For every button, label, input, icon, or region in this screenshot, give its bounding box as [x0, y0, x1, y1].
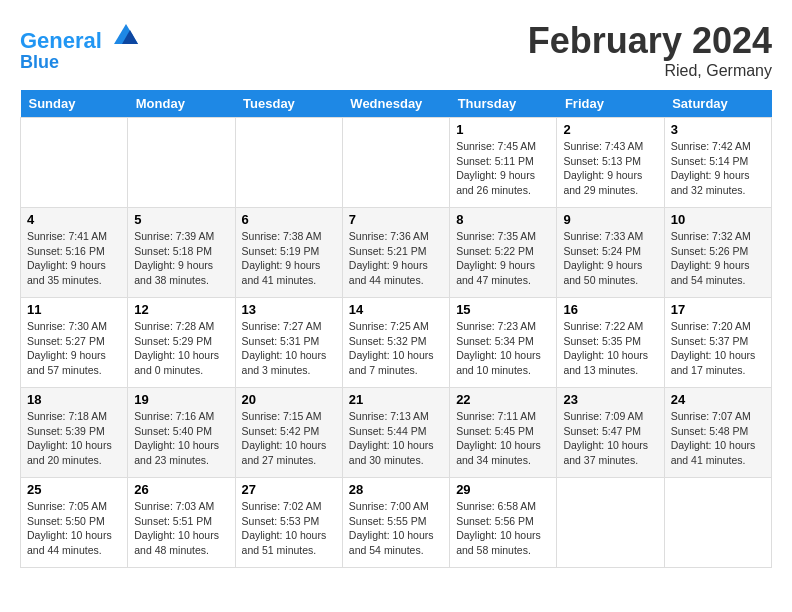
day-info: Sunrise: 7:18 AMSunset: 5:39 PMDaylight:… — [27, 409, 121, 468]
day-info: Sunrise: 7:28 AMSunset: 5:29 PMDaylight:… — [134, 319, 228, 378]
day-info: Sunrise: 7:15 AMSunset: 5:42 PMDaylight:… — [242, 409, 336, 468]
weekday-header-sunday: Sunday — [21, 90, 128, 118]
logo-general: General — [20, 28, 102, 53]
week-row-5: 25Sunrise: 7:05 AMSunset: 5:50 PMDayligh… — [21, 478, 772, 568]
day-info: Sunrise: 7:45 AMSunset: 5:11 PMDaylight:… — [456, 139, 550, 198]
weekday-header-tuesday: Tuesday — [235, 90, 342, 118]
day-info: Sunrise: 7:07 AMSunset: 5:48 PMDaylight:… — [671, 409, 765, 468]
day-number: 20 — [242, 392, 336, 407]
day-number: 2 — [563, 122, 657, 137]
week-row-4: 18Sunrise: 7:18 AMSunset: 5:39 PMDayligh… — [21, 388, 772, 478]
calendar-cell: 24Sunrise: 7:07 AMSunset: 5:48 PMDayligh… — [664, 388, 771, 478]
logo-blue: Blue — [20, 53, 140, 73]
day-number: 29 — [456, 482, 550, 497]
calendar-cell: 22Sunrise: 7:11 AMSunset: 5:45 PMDayligh… — [450, 388, 557, 478]
day-number: 4 — [27, 212, 121, 227]
calendar-cell: 12Sunrise: 7:28 AMSunset: 5:29 PMDayligh… — [128, 298, 235, 388]
calendar-cell: 29Sunrise: 6:58 AMSunset: 5:56 PMDayligh… — [450, 478, 557, 568]
day-number: 24 — [671, 392, 765, 407]
day-number: 22 — [456, 392, 550, 407]
calendar-cell: 8Sunrise: 7:35 AMSunset: 5:22 PMDaylight… — [450, 208, 557, 298]
calendar-cell: 17Sunrise: 7:20 AMSunset: 5:37 PMDayligh… — [664, 298, 771, 388]
day-number: 16 — [563, 302, 657, 317]
day-info: Sunrise: 7:41 AMSunset: 5:16 PMDaylight:… — [27, 229, 121, 288]
day-info: Sunrise: 7:11 AMSunset: 5:45 PMDaylight:… — [456, 409, 550, 468]
day-info: Sunrise: 7:13 AMSunset: 5:44 PMDaylight:… — [349, 409, 443, 468]
day-number: 14 — [349, 302, 443, 317]
calendar-cell: 4Sunrise: 7:41 AMSunset: 5:16 PMDaylight… — [21, 208, 128, 298]
page-header: General Blue February 2024 Ried, Germany — [20, 20, 772, 80]
title-block: February 2024 Ried, Germany — [528, 20, 772, 80]
day-number: 15 — [456, 302, 550, 317]
calendar-cell: 9Sunrise: 7:33 AMSunset: 5:24 PMDaylight… — [557, 208, 664, 298]
day-number: 19 — [134, 392, 228, 407]
day-number: 11 — [27, 302, 121, 317]
day-number: 10 — [671, 212, 765, 227]
day-info: Sunrise: 7:36 AMSunset: 5:21 PMDaylight:… — [349, 229, 443, 288]
calendar-cell: 1Sunrise: 7:45 AMSunset: 5:11 PMDaylight… — [450, 118, 557, 208]
logo-text: General — [20, 20, 140, 53]
day-info: Sunrise: 7:05 AMSunset: 5:50 PMDaylight:… — [27, 499, 121, 558]
weekday-header-friday: Friday — [557, 90, 664, 118]
day-number: 12 — [134, 302, 228, 317]
day-info: Sunrise: 7:20 AMSunset: 5:37 PMDaylight:… — [671, 319, 765, 378]
day-number: 28 — [349, 482, 443, 497]
weekday-header-row: SundayMondayTuesdayWednesdayThursdayFrid… — [21, 90, 772, 118]
calendar-cell: 25Sunrise: 7:05 AMSunset: 5:50 PMDayligh… — [21, 478, 128, 568]
calendar-cell — [235, 118, 342, 208]
day-number: 9 — [563, 212, 657, 227]
calendar-cell: 23Sunrise: 7:09 AMSunset: 5:47 PMDayligh… — [557, 388, 664, 478]
weekday-header-saturday: Saturday — [664, 90, 771, 118]
calendar-cell — [557, 478, 664, 568]
day-info: Sunrise: 7:23 AMSunset: 5:34 PMDaylight:… — [456, 319, 550, 378]
calendar-cell — [342, 118, 449, 208]
day-info: Sunrise: 7:43 AMSunset: 5:13 PMDaylight:… — [563, 139, 657, 198]
day-info: Sunrise: 7:16 AMSunset: 5:40 PMDaylight:… — [134, 409, 228, 468]
day-info: Sunrise: 7:09 AMSunset: 5:47 PMDaylight:… — [563, 409, 657, 468]
day-info: Sunrise: 7:27 AMSunset: 5:31 PMDaylight:… — [242, 319, 336, 378]
day-info: Sunrise: 7:00 AMSunset: 5:55 PMDaylight:… — [349, 499, 443, 558]
day-info: Sunrise: 7:33 AMSunset: 5:24 PMDaylight:… — [563, 229, 657, 288]
week-row-2: 4Sunrise: 7:41 AMSunset: 5:16 PMDaylight… — [21, 208, 772, 298]
day-number: 7 — [349, 212, 443, 227]
calendar-cell: 26Sunrise: 7:03 AMSunset: 5:51 PMDayligh… — [128, 478, 235, 568]
location: Ried, Germany — [528, 62, 772, 80]
day-info: Sunrise: 7:25 AMSunset: 5:32 PMDaylight:… — [349, 319, 443, 378]
calendar-cell: 3Sunrise: 7:42 AMSunset: 5:14 PMDaylight… — [664, 118, 771, 208]
week-row-1: 1Sunrise: 7:45 AMSunset: 5:11 PMDaylight… — [21, 118, 772, 208]
calendar-cell — [21, 118, 128, 208]
day-info: Sunrise: 7:32 AMSunset: 5:26 PMDaylight:… — [671, 229, 765, 288]
day-number: 23 — [563, 392, 657, 407]
calendar-cell: 15Sunrise: 7:23 AMSunset: 5:34 PMDayligh… — [450, 298, 557, 388]
month-title: February 2024 — [528, 20, 772, 62]
day-number: 5 — [134, 212, 228, 227]
calendar-cell — [664, 478, 771, 568]
weekday-header-thursday: Thursday — [450, 90, 557, 118]
day-info: Sunrise: 7:02 AMSunset: 5:53 PMDaylight:… — [242, 499, 336, 558]
weekday-header-wednesday: Wednesday — [342, 90, 449, 118]
calendar-cell: 28Sunrise: 7:00 AMSunset: 5:55 PMDayligh… — [342, 478, 449, 568]
week-row-3: 11Sunrise: 7:30 AMSunset: 5:27 PMDayligh… — [21, 298, 772, 388]
calendar-table: SundayMondayTuesdayWednesdayThursdayFrid… — [20, 90, 772, 568]
calendar-cell: 5Sunrise: 7:39 AMSunset: 5:18 PMDaylight… — [128, 208, 235, 298]
weekday-header-monday: Monday — [128, 90, 235, 118]
calendar-cell: 13Sunrise: 7:27 AMSunset: 5:31 PMDayligh… — [235, 298, 342, 388]
calendar-cell: 19Sunrise: 7:16 AMSunset: 5:40 PMDayligh… — [128, 388, 235, 478]
day-info: Sunrise: 7:03 AMSunset: 5:51 PMDaylight:… — [134, 499, 228, 558]
day-number: 27 — [242, 482, 336, 497]
calendar-cell: 11Sunrise: 7:30 AMSunset: 5:27 PMDayligh… — [21, 298, 128, 388]
calendar-cell: 16Sunrise: 7:22 AMSunset: 5:35 PMDayligh… — [557, 298, 664, 388]
day-number: 8 — [456, 212, 550, 227]
day-info: Sunrise: 7:30 AMSunset: 5:27 PMDaylight:… — [27, 319, 121, 378]
calendar-cell: 6Sunrise: 7:38 AMSunset: 5:19 PMDaylight… — [235, 208, 342, 298]
day-number: 13 — [242, 302, 336, 317]
calendar-cell: 27Sunrise: 7:02 AMSunset: 5:53 PMDayligh… — [235, 478, 342, 568]
calendar-cell: 7Sunrise: 7:36 AMSunset: 5:21 PMDaylight… — [342, 208, 449, 298]
day-number: 3 — [671, 122, 765, 137]
calendar-cell: 14Sunrise: 7:25 AMSunset: 5:32 PMDayligh… — [342, 298, 449, 388]
calendar-cell — [128, 118, 235, 208]
calendar-cell: 2Sunrise: 7:43 AMSunset: 5:13 PMDaylight… — [557, 118, 664, 208]
calendar-cell: 18Sunrise: 7:18 AMSunset: 5:39 PMDayligh… — [21, 388, 128, 478]
day-info: Sunrise: 7:35 AMSunset: 5:22 PMDaylight:… — [456, 229, 550, 288]
calendar-cell: 10Sunrise: 7:32 AMSunset: 5:26 PMDayligh… — [664, 208, 771, 298]
